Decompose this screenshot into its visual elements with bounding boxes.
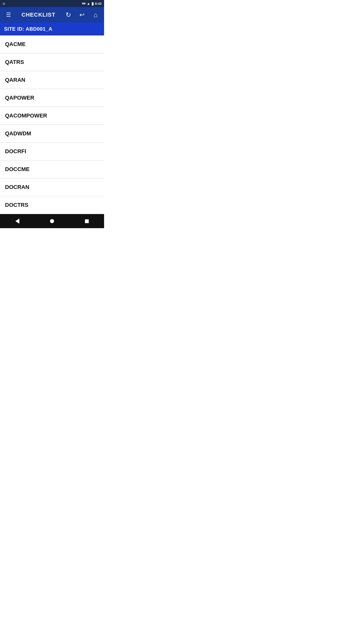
list-item[interactable]: QARAN: [0, 71, 104, 89]
list-item[interactable]: QAPOWER: [0, 89, 104, 107]
home-nav-button[interactable]: [46, 215, 58, 227]
wifi-icon: ▾▾: [82, 2, 85, 6]
refresh-button[interactable]: [64, 10, 73, 19]
bottom-nav: [0, 214, 104, 228]
list-item[interactable]: DOCTRS: [0, 196, 104, 214]
back-button[interactable]: [77, 10, 86, 19]
list-item[interactable]: QADWDM: [0, 125, 104, 143]
menu-button[interactable]: [4, 10, 13, 19]
signal-icon: ▲: [87, 2, 90, 6]
clock: 6:43: [95, 2, 102, 6]
status-bar-right: ▾▾ ▲ ▮ 6:43: [82, 1, 102, 6]
status-bar: ⊙ ▾▾ ▲ ▮ 6:43: [0, 0, 104, 7]
checklist: QACMEQATRSQARANQAPOWERQACOMPOWERQADWDMDO…: [0, 35, 104, 214]
page-title: CHECKLIST: [18, 12, 59, 18]
list-item[interactable]: QATRS: [0, 53, 104, 71]
list-item[interactable]: QACME: [0, 35, 104, 53]
loading-icon: ⊙: [3, 2, 5, 6]
list-item[interactable]: DOCRAN: [0, 178, 104, 196]
site-id-bar: SITE ID: ABD001_A: [0, 23, 104, 35]
home-button[interactable]: [91, 10, 100, 19]
status-bar-left: ⊙: [3, 2, 5, 6]
list-item[interactable]: QACOMPOWER: [0, 107, 104, 125]
navbar: CHECKLIST: [0, 7, 104, 23]
battery-icon: ▮: [92, 1, 94, 6]
list-item[interactable]: DOCCME: [0, 160, 104, 178]
back-nav-button[interactable]: [11, 215, 24, 227]
site-id-label: SITE ID: ABD001_A: [4, 26, 52, 32]
list-item[interactable]: DOCRFI: [0, 143, 104, 160]
recents-nav-button[interactable]: [80, 215, 93, 227]
